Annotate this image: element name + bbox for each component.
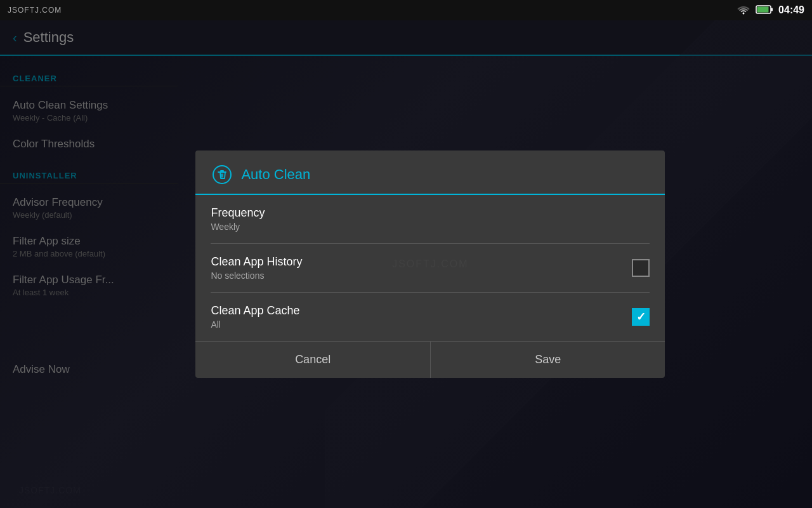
trash-icon: [211, 163, 233, 186]
main-background: ‹ Settings CLEANER Auto Clean Settings W…: [0, 20, 812, 508]
frequency-label: Frequency: [211, 206, 265, 220]
cancel-button[interactable]: Cancel: [195, 342, 431, 378]
auto-clean-dialog: Auto Clean JSOFTJ.COM Frequency Weekly C…: [195, 150, 665, 378]
clean-app-history-checkbox[interactable]: [632, 259, 650, 277]
dialog-body: JSOFTJ.COM Frequency Weekly Clean App Hi…: [195, 195, 665, 341]
clean-app-cache-value: All: [211, 319, 299, 330]
status-bar: JSOFTJ.COM 04:49: [0, 0, 812, 20]
clean-app-history-info: Clean App History No selections: [211, 255, 302, 281]
status-bar-right: 04:49: [737, 4, 804, 17]
dialog-row-clean-app-cache: Clean App Cache All: [211, 293, 650, 341]
clean-app-cache-info: Clean App Cache All: [211, 304, 299, 330]
frequency-info: Frequency Weekly: [211, 206, 265, 232]
clean-app-history-label: Clean App History: [211, 255, 302, 269]
wifi-icon: [737, 4, 750, 17]
clean-app-cache-label: Clean App Cache: [211, 304, 299, 318]
frequency-value: Weekly: [211, 222, 265, 232]
clean-app-history-value: No selections: [211, 271, 302, 281]
app-name: JSOFTJ.COM: [8, 6, 62, 15]
clean-app-cache-checkbox[interactable]: [632, 308, 650, 326]
svg-rect-2: [771, 8, 773, 11]
clock: 04:49: [778, 4, 804, 16]
svg-point-3: [213, 166, 231, 184]
battery-icon: [756, 4, 773, 17]
dialog-header: Auto Clean: [195, 150, 665, 195]
save-button[interactable]: Save: [431, 342, 665, 378]
dialog-title: Auto Clean: [241, 166, 310, 183]
dialog-row-frequency: Frequency Weekly: [211, 195, 650, 244]
svg-rect-1: [757, 6, 769, 12]
dialog-buttons: Cancel Save: [195, 341, 665, 378]
dialog-row-clean-app-history: Clean App History No selections: [211, 244, 650, 293]
